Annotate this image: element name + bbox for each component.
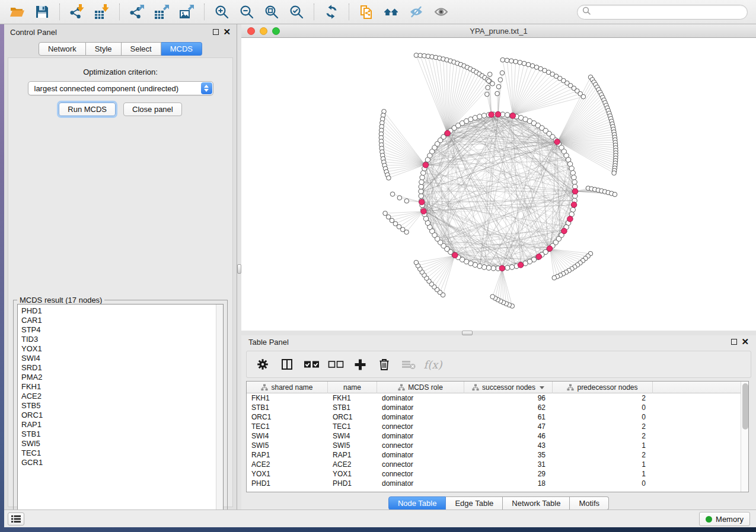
mcds-result-node[interactable]: ACE2	[21, 392, 223, 401]
vertical-splitter-handle[interactable]	[237, 264, 241, 274]
table-cell: SWI5	[328, 441, 377, 450]
zoom-selected-icon[interactable]	[288, 3, 305, 21]
mcds-result-node[interactable]: SRD1	[21, 363, 223, 373]
mcds-result-node[interactable]: CAR1	[21, 316, 223, 325]
table-row[interactable]: STB1STB1dominator620	[247, 403, 741, 412]
toggle-column-view-icon[interactable]	[279, 356, 295, 373]
hide-selected-icon[interactable]	[407, 3, 425, 21]
table-row[interactable]: TEC1TEC1connector472	[247, 422, 741, 431]
run-mcds-button[interactable]: Run MCDS	[59, 102, 116, 116]
tab-select[interactable]: Select	[122, 42, 161, 56]
vertical-splitter[interactable]	[237, 24, 241, 509]
tab-style[interactable]: Style	[86, 42, 122, 56]
table-cell: 0	[553, 403, 653, 412]
table-cell: SWI4	[247, 431, 328, 441]
search-box[interactable]	[577, 5, 748, 20]
mcds-result-node[interactable]: STB5	[21, 401, 223, 411]
table-cell: 47	[464, 422, 553, 431]
mcds-result-node[interactable]: TID3	[21, 335, 223, 344]
mcds-tab-content: Optimization criterion: largest connecte…	[8, 57, 233, 507]
float-panel-icon[interactable]	[213, 29, 219, 35]
table-cell: connector	[377, 469, 464, 479]
column-header-MCDS-role[interactable]: MCDS role	[377, 382, 464, 393]
network-window-titlebar[interactable]: YPA_prune.txt_1	[241, 24, 756, 38]
close-panel-button[interactable]: Close panel	[123, 102, 182, 116]
open-file-icon[interactable]	[8, 3, 26, 21]
export-image-icon[interactable]	[178, 3, 196, 21]
tab-motifs[interactable]: Motifs	[570, 496, 609, 510]
table-cell: FKH1	[247, 393, 328, 403]
column-header-name[interactable]: name	[328, 382, 377, 393]
table-scrollbar[interactable]	[741, 382, 748, 492]
mcds-result-node[interactable]: STB1	[21, 430, 223, 439]
mcds-result-list[interactable]: PHD1CAR1STP4TID3YOX1SWI4SRD1PMA2FKH1ACE2…	[17, 304, 224, 516]
first-neighbors-icon[interactable]	[382, 3, 400, 21]
import-table-icon[interactable]	[93, 3, 111, 21]
horizontal-splitter[interactable]	[241, 331, 756, 335]
table-cell: ACE2	[247, 460, 328, 469]
add-column-icon[interactable]	[352, 356, 368, 373]
search-icon	[582, 7, 591, 18]
table-scrollbar-thumb[interactable]	[742, 383, 748, 430]
table-row[interactable]: RAP1RAP1dominator352	[247, 450, 741, 460]
unselect-all-columns-icon[interactable]	[327, 356, 344, 373]
zoom-in-icon[interactable]	[213, 3, 231, 21]
mcds-result-node[interactable]: PHD1	[21, 306, 223, 316]
zoom-fit-icon[interactable]	[263, 3, 280, 21]
network-graph-canvas[interactable]	[241, 38, 756, 331]
mcds-result-node[interactable]: ORC1	[21, 411, 223, 420]
table-settings-icon[interactable]	[254, 356, 271, 373]
select-all-columns-icon[interactable]	[303, 356, 320, 373]
table-cell: connector	[377, 460, 464, 469]
column-header-predecessor-nodes[interactable]: predecessor nodes	[553, 382, 653, 393]
mcds-result-node[interactable]: STP4	[21, 325, 223, 335]
delete-column-icon[interactable]	[376, 356, 393, 373]
save-session-icon[interactable]	[33, 3, 51, 21]
float-table-panel-icon[interactable]	[731, 339, 737, 345]
table-cell: 46	[464, 431, 553, 441]
table-cell: 29	[464, 469, 553, 479]
tab-network-table[interactable]: Network Table	[503, 496, 570, 510]
table-row[interactable]: YOX1YOX1connector291	[247, 469, 741, 479]
horizontal-splitter-handle[interactable]	[462, 331, 473, 335]
table-row[interactable]: ORC1ORC1dominator610	[247, 412, 741, 422]
mcds-result-node[interactable]: GCR1	[21, 458, 223, 467]
table-row[interactable]: ACE2ACE2connector311	[247, 460, 741, 469]
optimization-criterion-select[interactable]: largest connected component (undirected)	[28, 81, 213, 95]
table-row[interactable]: PHD1PHD1dominator180	[247, 479, 741, 488]
column-header-shared-name[interactable]: shared name	[247, 382, 328, 393]
zoom-out-icon[interactable]	[238, 3, 256, 21]
export-table-icon[interactable]	[153, 3, 171, 21]
table-row[interactable]: FKH1FKH1dominator962	[247, 393, 741, 403]
table-cell: PHD1	[247, 479, 328, 488]
column-header-successor-nodes[interactable]: successor nodes	[464, 382, 553, 393]
mcds-result-node[interactable]: SWI5	[21, 439, 223, 448]
search-input[interactable]	[594, 8, 742, 17]
table-cell: SWI4	[328, 431, 377, 441]
close-table-panel-icon[interactable]: ✕	[741, 339, 749, 345]
function-builder-icon: f(x)	[425, 356, 441, 373]
copy-document-icon[interactable]	[358, 3, 375, 21]
panel-menu-button[interactable]	[8, 512, 24, 525]
import-network-icon[interactable]	[68, 3, 86, 21]
mcds-result-node[interactable]: PMA2	[21, 373, 223, 382]
show-hidden-icon[interactable]	[432, 3, 450, 21]
table-row[interactable]: SWI4SWI4dominator462	[247, 431, 741, 441]
tab-mcds[interactable]: MCDS	[161, 42, 202, 56]
mcds-result-node[interactable]: FKH1	[21, 382, 223, 392]
refresh-view-icon[interactable]	[323, 3, 340, 21]
table-cell: 61	[464, 412, 553, 422]
tab-network[interactable]: Network	[39, 42, 86, 56]
mcds-result-node[interactable]: RAP1	[21, 420, 223, 430]
mcds-result-scrollbar[interactable]	[216, 305, 223, 515]
mcds-result-node[interactable]: YOX1	[21, 344, 223, 354]
tab-node-table[interactable]: Node Table	[388, 496, 446, 510]
close-panel-icon[interactable]: ✕	[223, 29, 231, 35]
mcds-result-node[interactable]: SWI4	[21, 354, 223, 363]
table-row[interactable]: SWI5SWI5connector431	[247, 441, 741, 450]
network-view-window: YPA_prune.txt_1	[241, 24, 756, 331]
export-network-icon[interactable]	[128, 3, 146, 21]
memory-button[interactable]: Memory	[699, 512, 750, 526]
mcds-result-node[interactable]: TEC1	[21, 448, 223, 458]
tab-edge-table[interactable]: Edge Table	[446, 496, 503, 510]
